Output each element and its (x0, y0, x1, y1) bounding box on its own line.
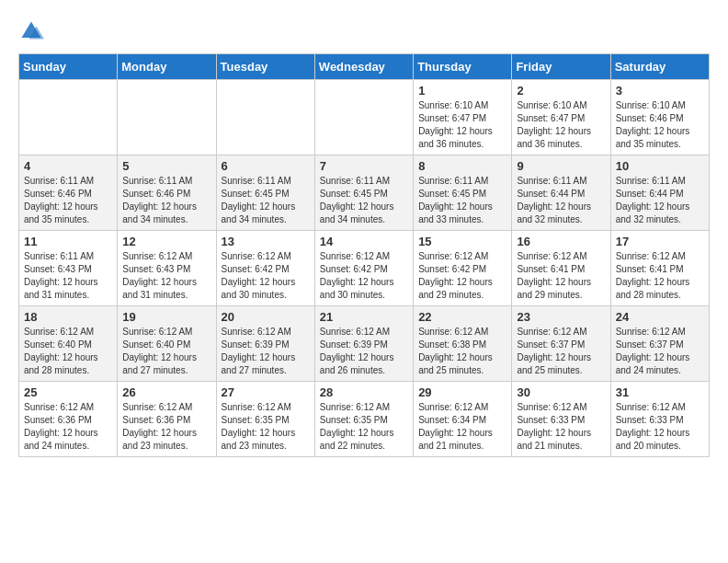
calendar-day-cell (216, 80, 314, 155)
day-number: 25 (24, 385, 112, 399)
day-number: 2 (517, 84, 605, 98)
day-info: Sunrise: 6:10 AMSunset: 6:47 PMDaylight:… (517, 99, 605, 151)
day-info: Sunrise: 6:11 AMSunset: 6:44 PMDaylight:… (517, 175, 605, 226)
page-header (18, 18, 710, 44)
day-info: Sunrise: 6:11 AMSunset: 6:43 PMDaylight:… (24, 250, 112, 302)
calendar-day-cell: 17Sunrise: 6:12 AMSunset: 6:41 PMDayligh… (610, 231, 709, 306)
day-info: Sunrise: 6:12 AMSunset: 6:37 PMDaylight:… (616, 326, 704, 377)
day-number: 8 (418, 159, 506, 173)
day-info: Sunrise: 6:12 AMSunset: 6:34 PMDaylight:… (418, 401, 506, 453)
day-number: 4 (24, 159, 112, 173)
calendar-day-cell: 16Sunrise: 6:12 AMSunset: 6:41 PMDayligh… (512, 231, 610, 306)
day-info: Sunrise: 6:12 AMSunset: 6:33 PMDaylight:… (616, 401, 704, 453)
day-number: 18 (24, 310, 112, 324)
day-info: Sunrise: 6:11 AMSunset: 6:46 PMDaylight:… (122, 175, 210, 226)
calendar-day-cell: 6Sunrise: 6:11 AMSunset: 6:45 PMDaylight… (216, 155, 314, 231)
day-number: 14 (320, 235, 408, 248)
day-header-monday: Monday (118, 54, 216, 80)
day-info: Sunrise: 6:12 AMSunset: 6:42 PMDaylight:… (418, 250, 506, 302)
day-number: 13 (222, 235, 310, 248)
day-header-friday: Friday (512, 54, 610, 80)
day-info: Sunrise: 6:12 AMSunset: 6:39 PMDaylight:… (222, 326, 310, 377)
day-number: 28 (320, 385, 408, 399)
calendar-day-cell: 19Sunrise: 6:12 AMSunset: 6:40 PMDayligh… (118, 306, 216, 382)
calendar-day-cell: 10Sunrise: 6:11 AMSunset: 6:44 PMDayligh… (610, 155, 709, 231)
day-number: 29 (418, 385, 506, 399)
day-header-tuesday: Tuesday (216, 54, 314, 80)
day-number: 19 (122, 310, 210, 324)
calendar-week-row: 4Sunrise: 6:11 AMSunset: 6:46 PMDaylight… (19, 155, 710, 231)
calendar-day-cell: 15Sunrise: 6:12 AMSunset: 6:42 PMDayligh… (414, 231, 512, 306)
day-number: 16 (517, 235, 605, 248)
calendar-day-cell (314, 80, 413, 155)
calendar-day-cell: 25Sunrise: 6:12 AMSunset: 6:36 PMDayligh… (19, 382, 118, 457)
calendar-day-cell: 23Sunrise: 6:12 AMSunset: 6:37 PMDayligh… (512, 306, 610, 382)
day-info: Sunrise: 6:11 AMSunset: 6:45 PMDaylight:… (418, 175, 506, 226)
calendar-day-cell: 18Sunrise: 6:12 AMSunset: 6:40 PMDayligh… (19, 306, 118, 382)
day-info: Sunrise: 6:12 AMSunset: 6:38 PMDaylight:… (418, 326, 506, 377)
calendar-day-cell: 21Sunrise: 6:12 AMSunset: 6:39 PMDayligh… (314, 306, 413, 382)
day-info: Sunrise: 6:12 AMSunset: 6:41 PMDaylight:… (616, 250, 704, 302)
day-info: Sunrise: 6:11 AMSunset: 6:45 PMDaylight:… (320, 175, 408, 226)
calendar-day-cell: 14Sunrise: 6:12 AMSunset: 6:42 PMDayligh… (314, 231, 413, 306)
logo (18, 18, 48, 44)
calendar-day-cell: 8Sunrise: 6:11 AMSunset: 6:45 PMDaylight… (414, 155, 512, 231)
logo-icon (18, 18, 44, 44)
day-info: Sunrise: 6:10 AMSunset: 6:47 PMDaylight:… (418, 99, 506, 151)
calendar-day-cell: 20Sunrise: 6:12 AMSunset: 6:39 PMDayligh… (216, 306, 314, 382)
day-number: 17 (616, 235, 704, 248)
day-info: Sunrise: 6:11 AMSunset: 6:45 PMDaylight:… (222, 175, 310, 226)
calendar-day-cell (19, 80, 118, 155)
day-info: Sunrise: 6:11 AMSunset: 6:46 PMDaylight:… (24, 175, 112, 226)
day-header-wednesday: Wednesday (314, 54, 413, 80)
calendar-table: SundayMondayTuesdayWednesdayThursdayFrid… (18, 53, 710, 457)
calendar-day-cell: 1Sunrise: 6:10 AMSunset: 6:47 PMDaylight… (414, 80, 512, 155)
calendar-day-cell: 28Sunrise: 6:12 AMSunset: 6:35 PMDayligh… (314, 382, 413, 457)
calendar-day-cell: 26Sunrise: 6:12 AMSunset: 6:36 PMDayligh… (118, 382, 216, 457)
day-number: 22 (418, 310, 506, 324)
day-number: 3 (616, 84, 704, 98)
calendar-day-cell: 24Sunrise: 6:12 AMSunset: 6:37 PMDayligh… (610, 306, 709, 382)
day-info: Sunrise: 6:12 AMSunset: 6:43 PMDaylight:… (122, 250, 210, 302)
day-info: Sunrise: 6:12 AMSunset: 6:40 PMDaylight:… (24, 326, 112, 377)
day-info: Sunrise: 6:11 AMSunset: 6:44 PMDaylight:… (616, 175, 704, 226)
calendar-day-cell: 13Sunrise: 6:12 AMSunset: 6:42 PMDayligh… (216, 231, 314, 306)
day-number: 9 (517, 159, 605, 173)
calendar-day-cell: 9Sunrise: 6:11 AMSunset: 6:44 PMDaylight… (512, 155, 610, 231)
calendar-day-cell: 29Sunrise: 6:12 AMSunset: 6:34 PMDayligh… (414, 382, 512, 457)
day-header-sunday: Sunday (19, 54, 118, 80)
calendar-day-cell: 30Sunrise: 6:12 AMSunset: 6:33 PMDayligh… (512, 382, 610, 457)
calendar-day-cell: 31Sunrise: 6:12 AMSunset: 6:33 PMDayligh… (610, 382, 709, 457)
calendar-day-cell: 7Sunrise: 6:11 AMSunset: 6:45 PMDaylight… (314, 155, 413, 231)
day-number: 7 (320, 159, 408, 173)
calendar-day-cell: 27Sunrise: 6:12 AMSunset: 6:35 PMDayligh… (216, 382, 314, 457)
calendar-week-row: 11Sunrise: 6:11 AMSunset: 6:43 PMDayligh… (19, 231, 710, 306)
day-info: Sunrise: 6:12 AMSunset: 6:37 PMDaylight:… (517, 326, 605, 377)
day-info: Sunrise: 6:12 AMSunset: 6:35 PMDaylight:… (222, 401, 310, 453)
day-info: Sunrise: 6:12 AMSunset: 6:35 PMDaylight:… (320, 401, 408, 453)
calendar-week-row: 18Sunrise: 6:12 AMSunset: 6:40 PMDayligh… (19, 306, 710, 382)
calendar-day-cell: 3Sunrise: 6:10 AMSunset: 6:46 PMDaylight… (610, 80, 709, 155)
calendar-day-cell: 5Sunrise: 6:11 AMSunset: 6:46 PMDaylight… (118, 155, 216, 231)
day-info: Sunrise: 6:12 AMSunset: 6:33 PMDaylight:… (517, 401, 605, 453)
day-number: 30 (517, 385, 605, 399)
calendar-week-row: 25Sunrise: 6:12 AMSunset: 6:36 PMDayligh… (19, 382, 710, 457)
day-number: 27 (222, 385, 310, 399)
day-info: Sunrise: 6:12 AMSunset: 6:36 PMDaylight:… (122, 401, 210, 453)
calendar-day-cell: 2Sunrise: 6:10 AMSunset: 6:47 PMDaylight… (512, 80, 610, 155)
calendar-day-cell: 22Sunrise: 6:12 AMSunset: 6:38 PMDayligh… (414, 306, 512, 382)
calendar-day-cell (118, 80, 216, 155)
day-number: 26 (122, 385, 210, 399)
day-header-thursday: Thursday (414, 54, 512, 80)
day-info: Sunrise: 6:12 AMSunset: 6:42 PMDaylight:… (320, 250, 408, 302)
calendar-day-cell: 11Sunrise: 6:11 AMSunset: 6:43 PMDayligh… (19, 231, 118, 306)
day-number: 12 (122, 235, 210, 248)
day-number: 23 (517, 310, 605, 324)
day-number: 1 (418, 84, 506, 98)
day-header-saturday: Saturday (610, 54, 709, 80)
day-info: Sunrise: 6:12 AMSunset: 6:41 PMDaylight:… (517, 250, 605, 302)
calendar-day-cell: 12Sunrise: 6:12 AMSunset: 6:43 PMDayligh… (118, 231, 216, 306)
day-info: Sunrise: 6:12 AMSunset: 6:42 PMDaylight:… (222, 250, 310, 302)
day-info: Sunrise: 6:10 AMSunset: 6:46 PMDaylight:… (616, 99, 704, 151)
day-number: 5 (122, 159, 210, 173)
